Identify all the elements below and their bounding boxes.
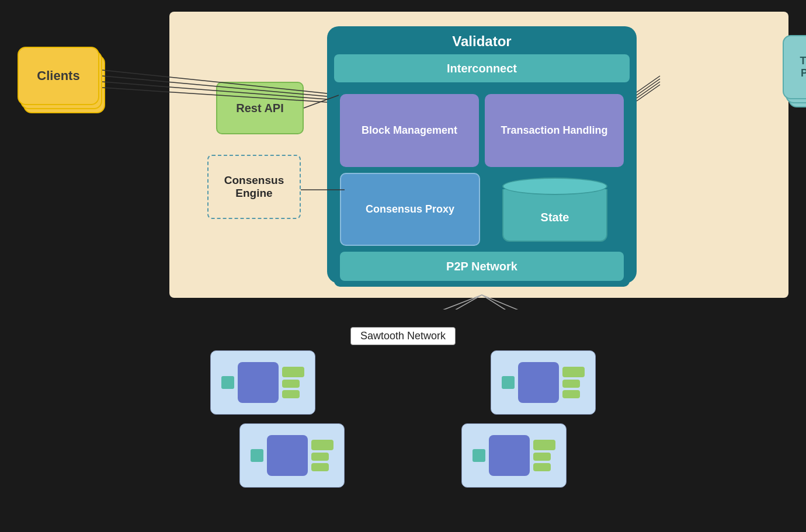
mini-rect-4a: [533, 440, 555, 450]
rest-api-label: Rest API: [236, 102, 284, 115]
p2p-label: P2P Network: [446, 260, 517, 273]
mini-node-1-inner: [221, 362, 304, 403]
mini-rect-3c: [311, 463, 329, 471]
mini-stacked-4: [533, 440, 555, 471]
mini-big-sq-1: [238, 362, 279, 403]
client-card-front: Clients: [18, 47, 99, 105]
mini-small-sq-2: [502, 376, 515, 389]
state-cylinder-body: State: [502, 189, 607, 242]
mini-rect-1a: [282, 367, 304, 377]
mini-node-4-inner: [473, 435, 555, 476]
top-diagram-area: Clients Rest API Consensus Engine Transa…: [0, 0, 806, 310]
top-row: Block Management Transaction Handling: [340, 94, 624, 167]
mini-node-2-inner: [502, 362, 585, 403]
block-management-label: Block Management: [362, 124, 457, 137]
mini-rect-2a: [562, 367, 585, 377]
consensus-engine-label: Consensus Engine: [209, 174, 300, 200]
mini-rect-3b: [311, 453, 329, 461]
mini-rect-4b: [533, 453, 551, 461]
mini-small-sq-1: [221, 376, 234, 389]
mini-big-sq-3: [267, 435, 308, 476]
mini-nodes-row1: [0, 350, 806, 415]
mini-big-sq-2: [518, 362, 559, 403]
mini-node-3-inner: [251, 435, 333, 476]
mini-validator-node-2: [491, 350, 596, 415]
mini-validator-node-3: [239, 423, 345, 488]
state-cylinder-top: [502, 178, 607, 195]
p2p-network-component: P2P Network: [340, 252, 624, 281]
transaction-handling-label: Transaction Handling: [501, 124, 607, 137]
mini-validator-node-4: [461, 423, 567, 488]
interconnect-label: Interconnect: [447, 62, 517, 75]
state-container: State: [486, 173, 624, 246]
transaction-handling-component: Transaction Handling: [485, 94, 624, 167]
tx-proc-card-front: Transaction Processors: [783, 35, 806, 99]
mini-rect-1b: [282, 380, 300, 388]
validator-inner: Block Management Transaction Handling Co…: [334, 88, 630, 287]
mini-rect-4c: [533, 463, 551, 471]
mini-stacked-1: [282, 367, 304, 398]
mini-nodes-row2: [0, 423, 806, 488]
clients-label: Clients: [37, 68, 79, 84]
sawtooth-network-label: Sawtooth Network: [350, 327, 456, 345]
mini-big-sq-4: [489, 435, 530, 476]
mini-stacked-3: [311, 440, 333, 471]
mini-small-sq-4: [473, 449, 485, 462]
consensus-proxy-component: Consensus Proxy: [340, 173, 480, 246]
validator-title: Validator: [334, 33, 630, 50]
bottom-network-area: Sawtooth Network: [0, 310, 806, 532]
mini-small-sq-3: [251, 449, 263, 462]
block-management-component: Block Management: [340, 94, 479, 167]
consensus-engine-component: Consensus Engine: [207, 155, 301, 219]
mini-rect-2c: [562, 390, 580, 398]
mini-rect-1c: [282, 390, 300, 398]
mini-validator-node-1: [210, 350, 315, 415]
mini-rect-2b: [562, 380, 580, 388]
validator-component: Validator Interconnect Block Management …: [327, 26, 637, 283]
rest-api-component: Rest API: [216, 82, 304, 134]
tx-processors-label: Transaction Processors: [784, 50, 806, 84]
mid-row: Consensus Proxy State: [340, 173, 624, 246]
state-label: State: [541, 211, 569, 224]
mini-stacked-2: [562, 367, 585, 398]
consensus-proxy-label: Consensus Proxy: [366, 203, 454, 215]
state-cylinder: State: [502, 178, 607, 242]
interconnect-bar: Interconnect: [334, 54, 630, 82]
mini-rect-3a: [311, 440, 333, 450]
